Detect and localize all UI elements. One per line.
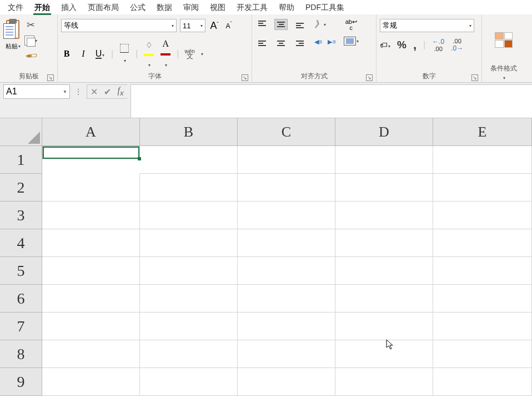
- cut-button[interactable]: ✂: [27, 19, 35, 31]
- align-center-button[interactable]: [274, 38, 288, 49]
- formula-input[interactable]: [131, 84, 532, 118]
- row-header[interactable]: 4: [0, 229, 42, 257]
- decrease-font-button[interactable]: Aˇ: [223, 21, 234, 31]
- cell[interactable]: [238, 313, 335, 340]
- align-bottom-button[interactable]: [293, 19, 307, 30]
- menu-tab-2[interactable]: 插入: [56, 1, 82, 14]
- cell[interactable]: [140, 146, 238, 174]
- row-header[interactable]: 9: [0, 368, 42, 396]
- cell[interactable]: [335, 202, 433, 229]
- cell[interactable]: [140, 313, 238, 340]
- cell[interactable]: [238, 174, 335, 202]
- cell[interactable]: [140, 202, 238, 229]
- cell[interactable]: [433, 257, 532, 285]
- cell[interactable]: [42, 285, 140, 313]
- menu-tab-8[interactable]: 开发工具: [231, 1, 273, 14]
- cell[interactable]: [335, 257, 433, 285]
- column-header[interactable]: E: [433, 118, 532, 146]
- cell[interactable]: [335, 368, 433, 396]
- dialog-launcher-icon[interactable]: ↘: [366, 74, 373, 81]
- cell[interactable]: [42, 340, 140, 368]
- percent-button[interactable]: %: [397, 39, 406, 51]
- cell[interactable]: [433, 340, 532, 368]
- decrease-decimal-button[interactable]: .00 .0→: [451, 38, 463, 52]
- column-header[interactable]: D: [335, 118, 433, 146]
- insert-function-button[interactable]: fx: [114, 85, 127, 97]
- cell[interactable]: [42, 146, 140, 159]
- font-size-select[interactable]: 11▾: [180, 19, 205, 32]
- underline-button[interactable]: U▾: [94, 49, 106, 59]
- cell[interactable]: [335, 229, 433, 257]
- menu-tab-4[interactable]: 公式: [124, 1, 151, 14]
- cell[interactable]: [42, 229, 140, 257]
- column-header[interactable]: B: [140, 118, 238, 146]
- row-header[interactable]: 1: [0, 146, 42, 174]
- format-painter-button[interactable]: 🖌: [23, 48, 38, 64]
- cell[interactable]: [140, 368, 238, 396]
- menu-tab-10[interactable]: PDF工具集: [300, 1, 350, 14]
- row-header[interactable]: 7: [0, 313, 42, 340]
- select-all-corner[interactable]: [0, 118, 42, 146]
- row-header[interactable]: 3: [0, 202, 42, 229]
- number-format-select[interactable]: 常规▾: [380, 19, 474, 32]
- cell[interactable]: [335, 285, 433, 313]
- copy-button[interactable]: ▾: [24, 36, 37, 46]
- cell[interactable]: [238, 257, 335, 285]
- cell[interactable]: [140, 285, 238, 313]
- cell[interactable]: [42, 257, 140, 285]
- confirm-formula-button[interactable]: ✔: [101, 87, 114, 97]
- row-header[interactable]: 8: [0, 340, 42, 368]
- cell[interactable]: [238, 340, 335, 368]
- dialog-launcher-icon[interactable]: ↘: [242, 74, 248, 81]
- cell[interactable]: [433, 368, 532, 396]
- cell[interactable]: [140, 174, 238, 202]
- name-box[interactable]: A1 ▼: [3, 84, 70, 99]
- menu-tab-0[interactable]: 文件: [2, 1, 29, 14]
- cell[interactable]: [42, 174, 140, 202]
- dialog-launcher-icon[interactable]: ↘: [471, 74, 478, 81]
- cell[interactable]: [335, 340, 433, 368]
- border-button[interactable]: ▾: [119, 44, 130, 64]
- decrease-indent-button[interactable]: ◀≡: [314, 38, 322, 46]
- align-left-button[interactable]: [255, 38, 269, 49]
- align-top-button[interactable]: [255, 19, 269, 30]
- menu-tab-5[interactable]: 数据: [151, 1, 178, 14]
- menu-tab-7[interactable]: 视图: [204, 1, 231, 14]
- column-header[interactable]: A: [42, 118, 140, 146]
- cell[interactable]: [433, 313, 532, 340]
- cell[interactable]: [335, 146, 433, 174]
- menu-tab-3[interactable]: 页面布局: [82, 1, 124, 14]
- comma-style-button[interactable]: ,: [413, 42, 416, 48]
- increase-indent-button[interactable]: ▶≡: [328, 38, 335, 46]
- orientation-button[interactable]: 》: [314, 19, 323, 31]
- cell[interactable]: [433, 146, 532, 174]
- menu-tab-1[interactable]: 开始: [29, 1, 56, 14]
- cell[interactable]: [140, 229, 238, 257]
- accounting-format-button[interactable]: 🏷▾: [380, 40, 390, 50]
- align-middle-button[interactable]: [274, 19, 288, 30]
- row-header[interactable]: 6: [0, 285, 42, 313]
- cell[interactable]: [433, 174, 532, 202]
- cell[interactable]: [335, 174, 433, 202]
- menu-tab-6[interactable]: 审阅: [178, 1, 204, 14]
- cell[interactable]: [238, 202, 335, 229]
- align-right-button[interactable]: [293, 38, 307, 49]
- increase-decimal-button[interactable]: ←.0 .00: [432, 38, 444, 52]
- italic-button[interactable]: I: [78, 49, 89, 59]
- row-header[interactable]: 2: [0, 174, 42, 202]
- cell[interactable]: [42, 368, 140, 396]
- wrap-text-button[interactable]: ab↩ c: [345, 19, 357, 31]
- paste-button[interactable]: 粘贴 ▾: [3, 19, 22, 51]
- merge-cells-button[interactable]: ▾: [344, 37, 359, 46]
- cell[interactable]: [433, 285, 532, 313]
- column-header[interactable]: C: [238, 118, 335, 146]
- cell[interactable]: [238, 285, 335, 313]
- fill-color-button[interactable]: ♢▾: [143, 40, 154, 68]
- conditional-format-button[interactable]: [495, 32, 513, 48]
- menu-tab-9[interactable]: 帮助: [273, 1, 300, 14]
- cell[interactable]: [238, 368, 335, 396]
- font-name-select[interactable]: 等线▾: [61, 19, 177, 32]
- bold-button[interactable]: B: [61, 49, 72, 59]
- cell[interactable]: [140, 257, 238, 285]
- row-header[interactable]: 5: [0, 257, 42, 285]
